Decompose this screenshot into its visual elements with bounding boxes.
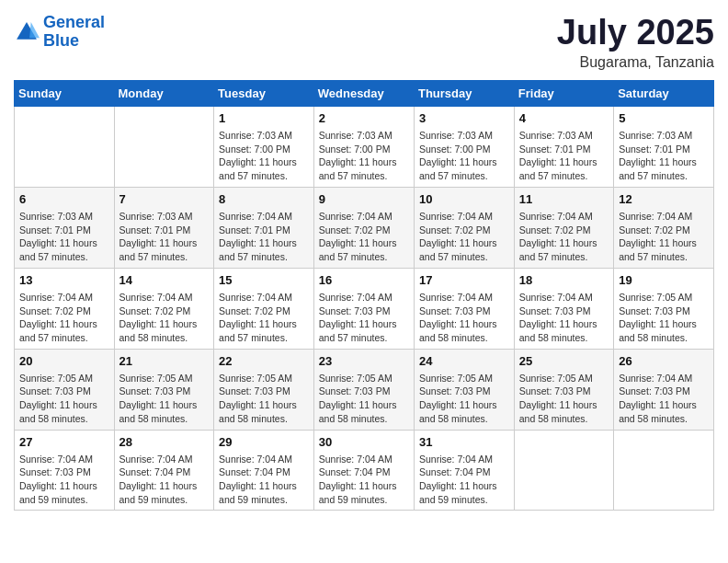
day-number: 24 <box>419 353 509 370</box>
calendar-cell: 15Sunrise: 7:04 AMSunset: 7:02 PMDayligh… <box>214 268 314 349</box>
calendar-cell: 27Sunrise: 7:04 AMSunset: 7:03 PMDayligh… <box>15 430 115 511</box>
day-info: Sunrise: 7:04 AMSunset: 7:02 PMDaylight:… <box>119 292 198 343</box>
weekday-header: Thursday <box>414 80 514 106</box>
calendar-cell: 10Sunrise: 7:04 AMSunset: 7:02 PMDayligh… <box>414 187 514 268</box>
calendar-week-row: 13Sunrise: 7:04 AMSunset: 7:02 PMDayligh… <box>15 268 714 349</box>
day-number: 19 <box>619 272 709 289</box>
day-number: 13 <box>19 272 109 289</box>
day-info: Sunrise: 7:03 AMSunset: 7:00 PMDaylight:… <box>319 130 397 181</box>
day-info: Sunrise: 7:04 AMSunset: 7:04 PMDaylight:… <box>419 454 497 505</box>
day-info: Sunrise: 7:04 AMSunset: 7:02 PMDaylight:… <box>319 211 397 262</box>
day-number: 27 <box>19 434 109 451</box>
day-info: Sunrise: 7:04 AMSunset: 7:02 PMDaylight:… <box>419 211 497 262</box>
day-info: Sunrise: 7:05 AMSunset: 7:03 PMDaylight:… <box>19 373 97 424</box>
day-number: 2 <box>319 110 409 127</box>
day-number: 29 <box>219 434 309 451</box>
calendar-cell: 20Sunrise: 7:05 AMSunset: 7:03 PMDayligh… <box>15 349 115 430</box>
weekday-header: Sunday <box>15 80 115 106</box>
day-info: Sunrise: 7:05 AMSunset: 7:03 PMDaylight:… <box>319 373 397 424</box>
day-number: 28 <box>119 434 210 451</box>
day-info: Sunrise: 7:04 AMSunset: 7:03 PMDaylight:… <box>419 292 497 343</box>
day-info: Sunrise: 7:04 AMSunset: 7:02 PMDaylight:… <box>219 292 297 343</box>
day-number: 8 <box>219 191 309 208</box>
day-number: 1 <box>219 110 309 127</box>
day-info: Sunrise: 7:03 AMSunset: 7:01 PMDaylight:… <box>519 130 597 181</box>
day-number: 20 <box>19 353 109 370</box>
day-number: 10 <box>419 191 509 208</box>
day-info: Sunrise: 7:05 AMSunset: 7:03 PMDaylight:… <box>419 373 497 424</box>
calendar-cell <box>614 430 714 511</box>
day-info: Sunrise: 7:04 AMSunset: 7:04 PMDaylight:… <box>119 454 198 505</box>
day-number: 18 <box>519 272 609 289</box>
day-info: Sunrise: 7:04 AMSunset: 7:03 PMDaylight:… <box>519 292 597 343</box>
calendar-cell: 12Sunrise: 7:04 AMSunset: 7:02 PMDayligh… <box>614 187 714 268</box>
day-number: 17 <box>419 272 509 289</box>
day-number: 31 <box>419 434 509 451</box>
day-number: 22 <box>219 353 309 370</box>
location-title: Bugarama, Tanzania <box>557 54 714 71</box>
calendar-week-row: 1Sunrise: 7:03 AMSunset: 7:00 PMDaylight… <box>15 106 714 187</box>
calendar-cell: 21Sunrise: 7:05 AMSunset: 7:03 PMDayligh… <box>114 349 214 430</box>
day-info: Sunrise: 7:04 AMSunset: 7:03 PMDaylight:… <box>319 292 397 343</box>
day-info: Sunrise: 7:03 AMSunset: 7:01 PMDaylight:… <box>119 211 198 262</box>
day-number: 6 <box>19 191 109 208</box>
weekday-header-row: SundayMondayTuesdayWednesdayThursdayFrid… <box>15 80 714 106</box>
calendar-week-row: 6Sunrise: 7:03 AMSunset: 7:01 PMDaylight… <box>15 187 714 268</box>
calendar-cell: 26Sunrise: 7:04 AMSunset: 7:03 PMDayligh… <box>614 349 714 430</box>
day-number: 12 <box>619 191 709 208</box>
calendar-cell: 19Sunrise: 7:05 AMSunset: 7:03 PMDayligh… <box>614 268 714 349</box>
calendar-week-row: 27Sunrise: 7:04 AMSunset: 7:03 PMDayligh… <box>15 430 714 511</box>
weekday-header: Monday <box>114 80 214 106</box>
calendar-cell: 29Sunrise: 7:04 AMSunset: 7:04 PMDayligh… <box>214 430 314 511</box>
calendar-cell: 1Sunrise: 7:03 AMSunset: 7:00 PMDaylight… <box>214 106 314 187</box>
weekday-header: Saturday <box>614 80 714 106</box>
calendar-cell: 4Sunrise: 7:03 AMSunset: 7:01 PMDaylight… <box>514 106 613 187</box>
day-number: 15 <box>219 272 309 289</box>
page-header: General Blue July 2025 Bugarama, Tanzani… <box>14 14 714 71</box>
day-number: 5 <box>619 110 709 127</box>
calendar-cell: 7Sunrise: 7:03 AMSunset: 7:01 PMDaylight… <box>114 187 214 268</box>
day-number: 9 <box>319 191 409 208</box>
calendar-cell: 8Sunrise: 7:04 AMSunset: 7:01 PMDaylight… <box>214 187 314 268</box>
calendar-cell: 16Sunrise: 7:04 AMSunset: 7:03 PMDayligh… <box>313 268 414 349</box>
calendar-cell <box>15 106 115 187</box>
month-title: July 2025 <box>557 14 714 52</box>
day-number: 3 <box>419 110 509 127</box>
calendar-cell: 31Sunrise: 7:04 AMSunset: 7:04 PMDayligh… <box>414 430 514 511</box>
day-info: Sunrise: 7:04 AMSunset: 7:04 PMDaylight:… <box>219 454 297 505</box>
day-info: Sunrise: 7:04 AMSunset: 7:01 PMDaylight:… <box>219 211 297 262</box>
calendar-cell: 2Sunrise: 7:03 AMSunset: 7:00 PMDaylight… <box>313 106 414 187</box>
calendar-cell: 24Sunrise: 7:05 AMSunset: 7:03 PMDayligh… <box>414 349 514 430</box>
weekday-header: Tuesday <box>214 80 314 106</box>
calendar-cell: 18Sunrise: 7:04 AMSunset: 7:03 PMDayligh… <box>514 268 613 349</box>
day-number: 11 <box>519 191 609 208</box>
day-info: Sunrise: 7:04 AMSunset: 7:02 PMDaylight:… <box>19 292 97 343</box>
calendar-week-row: 20Sunrise: 7:05 AMSunset: 7:03 PMDayligh… <box>15 349 714 430</box>
day-info: Sunrise: 7:03 AMSunset: 7:00 PMDaylight:… <box>419 130 497 181</box>
day-info: Sunrise: 7:04 AMSunset: 7:02 PMDaylight:… <box>519 211 597 262</box>
calendar-cell <box>114 106 214 187</box>
calendar-cell: 17Sunrise: 7:04 AMSunset: 7:03 PMDayligh… <box>414 268 514 349</box>
calendar-cell <box>514 430 613 511</box>
calendar-cell: 25Sunrise: 7:05 AMSunset: 7:03 PMDayligh… <box>514 349 613 430</box>
calendar-cell: 23Sunrise: 7:05 AMSunset: 7:03 PMDayligh… <box>313 349 414 430</box>
day-info: Sunrise: 7:04 AMSunset: 7:03 PMDaylight:… <box>619 373 697 424</box>
day-number: 25 <box>519 353 609 370</box>
calendar-cell: 6Sunrise: 7:03 AMSunset: 7:01 PMDaylight… <box>15 187 115 268</box>
calendar-cell: 11Sunrise: 7:04 AMSunset: 7:02 PMDayligh… <box>514 187 613 268</box>
day-info: Sunrise: 7:05 AMSunset: 7:03 PMDaylight:… <box>119 373 198 424</box>
day-number: 7 <box>119 191 210 208</box>
logo: General Blue <box>14 14 105 51</box>
calendar-cell: 9Sunrise: 7:04 AMSunset: 7:02 PMDaylight… <box>313 187 414 268</box>
calendar-cell: 14Sunrise: 7:04 AMSunset: 7:02 PMDayligh… <box>114 268 214 349</box>
day-number: 4 <box>519 110 609 127</box>
day-number: 21 <box>119 353 210 370</box>
weekday-header: Wednesday <box>313 80 414 106</box>
day-number: 26 <box>619 353 709 370</box>
calendar-cell: 22Sunrise: 7:05 AMSunset: 7:03 PMDayligh… <box>214 349 314 430</box>
day-number: 30 <box>319 434 409 451</box>
calendar-cell: 5Sunrise: 7:03 AMSunset: 7:01 PMDaylight… <box>614 106 714 187</box>
day-info: Sunrise: 7:04 AMSunset: 7:04 PMDaylight:… <box>319 454 397 505</box>
logo-text: General Blue <box>43 14 105 51</box>
day-info: Sunrise: 7:03 AMSunset: 7:01 PMDaylight:… <box>19 211 97 262</box>
